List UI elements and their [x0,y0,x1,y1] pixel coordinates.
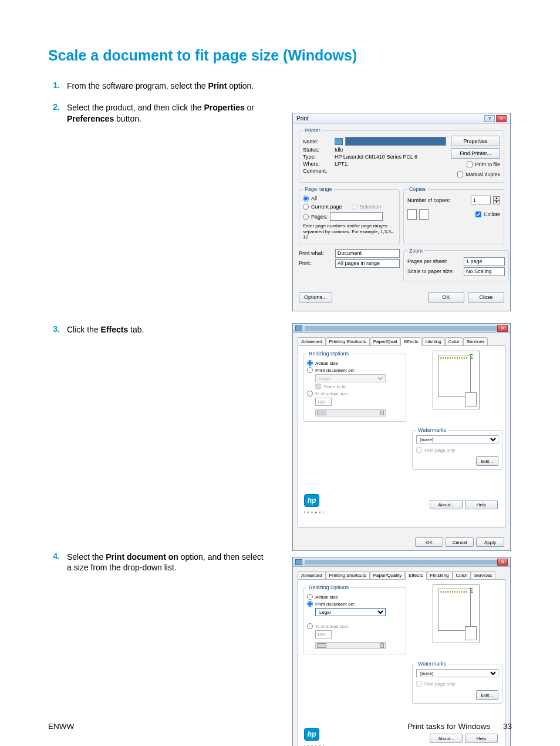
collate-checkbox[interactable]: Collate [475,211,500,217]
pages-per-sheet-select[interactable]: 1 page [464,257,505,266]
range-all-radio[interactable]: All [303,196,396,201]
label: Pages per sheet: [407,258,461,264]
radio-label: % of actual size: [315,624,349,629]
collate-icon [407,209,417,220]
ok-button[interactable]: OK [428,292,464,303]
radio-label: Actual size [315,594,338,600]
tab-color[interactable]: Color [453,571,471,580]
print-on-select[interactable]: Legal [315,608,386,616]
footer-left: ENWW [48,722,74,731]
options-button[interactable]: Options... [299,292,332,303]
properties-button[interactable]: Properties [451,136,500,146]
screenshot-print-dialog: Print ? ✕ Printer Name: Status:Idle Type… [292,113,511,311]
help-button[interactable]: Help [465,500,498,509]
manual-duplex-checkbox[interactable]: Manual duplex [457,172,500,177]
screenshot-properties-effects-printon: ✕ Advanced Printing Shortcuts Paper/Qual… [292,557,511,746]
tab-finishing[interactable]: inishing [422,337,445,346]
range-current-radio[interactable]: Current page [303,204,342,210]
label: Type: [303,154,332,160]
step-text-fragment: Click the [67,325,101,334]
label: Scale to paper size: [407,268,461,274]
step-number: 4. [48,552,67,561]
print-dialog: Print ? ✕ Printer Name: Status:Idle Type… [292,113,511,311]
cancel-button[interactable]: Cancel [446,537,474,547]
group-legend: Resizing Options [307,584,350,590]
watermark-select[interactable]: [none] [416,669,498,677]
close-icon[interactable]: ✕ [496,115,507,122]
page-preview: E [433,584,480,643]
tab-printing-shortcuts[interactable]: Printing Shortcuts [326,337,370,346]
help-icon[interactable]: ? [484,115,495,122]
label: Print: [299,260,333,266]
close-button[interactable]: Close [468,292,504,303]
tab-services[interactable]: Services [463,337,488,346]
step-text: Click the Effects tab. [67,324,144,335]
ok-button[interactable]: OK [415,537,443,547]
range-pages-radio[interactable]: Pages: [303,212,396,221]
watermark-edit-button[interactable]: Edit... [476,690,498,700]
group-legend: Resizing Options [307,351,350,357]
label: Number of copies: [407,197,450,203]
print-select[interactable]: All pages in range [335,259,400,268]
checkbox-label: Scale to fit [323,384,345,389]
apply-button[interactable]: Apply [476,537,504,547]
num-copies-input[interactable] [471,196,491,204]
about-button[interactable]: About... [430,734,463,743]
tab-paper-quality[interactable]: Paper/Qual [370,337,400,346]
percent-input [315,630,332,639]
tab-advanced[interactable]: Advanced [298,571,326,580]
watermark-edit-button[interactable]: Edit... [476,456,498,466]
tab-services[interactable]: Services [471,571,496,580]
tab-effects[interactable]: Effects [405,571,426,580]
about-button[interactable]: About... [430,500,463,509]
checkbox-label: First page only [424,448,455,453]
value: Idle [335,147,343,153]
tab-color[interactable]: Color [445,337,463,346]
step-text: Select the Print document on option, and… [67,552,266,574]
print-document-on-radio[interactable]: Print document on: [307,367,402,373]
print-to-file-checkbox[interactable]: Print to file [467,162,500,167]
print-document-on-radio[interactable]: Print document on: [307,601,402,607]
percent-actual-radio[interactable]: % of actual size: [307,391,402,396]
label: Name: [303,139,332,145]
checkbox-label: Manual duplex [465,172,500,177]
step-text-fragment: option. [227,81,254,90]
group-legend: Watermarks [416,661,448,667]
pages-input[interactable] [330,212,383,221]
page-title: Scale a document to fit page size (Windo… [48,47,512,64]
watermark-select[interactable]: [none] [416,435,498,443]
close-icon[interactable]: ✕ [497,325,508,332]
actual-size-radio[interactable]: Actual size [307,360,402,366]
page-range-hint: Enter page numbers and/or page ranges se… [303,223,396,240]
scale-to-paper-select[interactable]: No Scaling [464,267,505,276]
tab-advanced[interactable]: Advanced [298,337,326,346]
radio-label: Pages: [311,214,328,220]
zoom-group: Zoom Pages per sheet: 1 page Scale to pa… [403,248,509,281]
screenshot-properties-effects-actual: ✕ Advanced Printing Shortcuts Paper/Qual… [292,323,511,551]
copies-spinner[interactable]: ▲▼ [493,196,500,204]
step-text-bold: Preferences [67,114,114,123]
footer-section: Print tasks for Windows [407,722,490,731]
label: Print what: [299,250,333,256]
actual-size-radio[interactable]: Actual size [307,594,402,600]
printer-icon [335,138,343,145]
tab-effects[interactable]: Effects [400,337,421,346]
tab-printing-shortcuts[interactable]: Printing Shortcuts [326,571,370,580]
percent-actual-radio[interactable]: % of actual size: [307,623,402,629]
find-printer-button[interactable]: Find Printer... [451,148,500,159]
help-button[interactable]: Help [465,734,498,743]
print-what-select[interactable]: Document [335,249,400,258]
step-text-bold: Effects [101,325,129,334]
tab-finishing[interactable]: Finishing [427,571,453,580]
tab-paper-quality[interactable]: Paper/Quality [370,571,405,580]
group-legend: Page range [303,186,334,192]
close-icon[interactable]: ✕ [497,559,508,566]
step-text-fragment: Select the product, and then click the [67,103,204,112]
dialog-titlebar: ✕ [293,324,510,333]
page-preview: E [433,351,480,409]
tab-page-effects: Resizing Options Actual size Print docum… [298,579,505,746]
printer-name-select[interactable] [345,137,446,146]
tab-strip: Advanced Printing Shortcuts Paper/Qual E… [293,333,510,345]
properties-dialog: ✕ Advanced Printing Shortcuts Paper/Qual… [292,323,511,551]
group-legend: Printer [303,127,322,133]
